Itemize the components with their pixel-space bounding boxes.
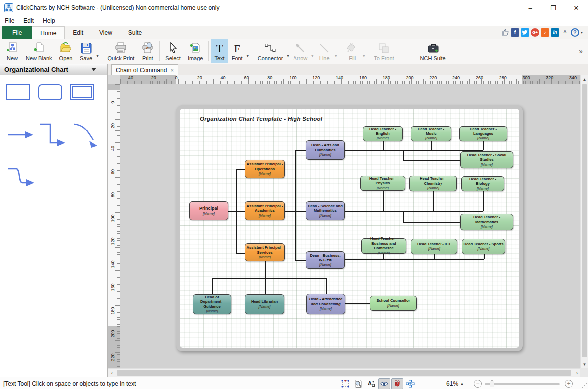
connector-line[interactable] bbox=[345, 150, 483, 151]
line-button[interactable]: Line bbox=[314, 39, 334, 63]
org-node-dean-arts[interactable]: Dean - Arts and Humanities[Name] bbox=[306, 140, 345, 160]
connector-line[interactable] bbox=[212, 278, 326, 279]
connector-line[interactable] bbox=[431, 141, 432, 150]
quick-print-button[interactable]: Quick Print bbox=[104, 39, 138, 63]
connector-line[interactable] bbox=[236, 169, 237, 253]
connector-line[interactable] bbox=[265, 278, 266, 294]
open-button[interactable]: Open bbox=[56, 39, 76, 63]
like-icon[interactable] bbox=[501, 28, 509, 36]
shape-elbow-arrow[interactable] bbox=[40, 124, 65, 146]
org-node-ht-biology[interactable]: Head Teacher - Biology[Name] bbox=[461, 176, 504, 191]
scroll-up-icon[interactable]: ▲ bbox=[581, 75, 588, 83]
org-node-ap-academics[interactable]: Assistant Principal - Academics[Name] bbox=[245, 201, 285, 220]
org-node-ht-english[interactable]: Head Teacher - English[Name] bbox=[363, 126, 403, 141]
shape-curved-arrow[interactable] bbox=[74, 124, 97, 148]
chart-title[interactable]: Organization Chart Template - High Schoo… bbox=[200, 116, 322, 122]
linkedin-icon[interactable]: in bbox=[551, 28, 559, 37]
connector-line[interactable] bbox=[236, 253, 245, 254]
twitter-icon[interactable] bbox=[521, 28, 529, 37]
snap-magnet-button[interactable] bbox=[391, 378, 403, 389]
connector-line[interactable] bbox=[345, 211, 483, 212]
org-node-ht-sports[interactable]: Head Teacher - Sports[Name] bbox=[462, 239, 505, 254]
arrow-dropdown-icon[interactable]: ▾ bbox=[311, 54, 313, 58]
org-node-ht-physics[interactable]: Head Teacher - Physics[Name] bbox=[360, 176, 405, 191]
fill-button[interactable]: Fill bbox=[342, 39, 362, 63]
zoom-slider-thumb[interactable] bbox=[490, 380, 494, 387]
zoom-caret-icon[interactable]: ▲ bbox=[460, 382, 464, 385]
maximize-button[interactable]: ❒ bbox=[542, 0, 565, 15]
connector-line[interactable] bbox=[326, 278, 327, 294]
help-caret-icon[interactable]: ▾ bbox=[581, 30, 583, 35]
connector-line[interactable] bbox=[483, 141, 484, 150]
menu-file[interactable]: File bbox=[0, 16, 19, 26]
line-dropdown-icon[interactable]: ▾ bbox=[335, 54, 337, 58]
org-node-dean-science[interactable]: Dean - Science and Mathematics[Name] bbox=[306, 201, 345, 220]
minimize-button[interactable]: – bbox=[519, 0, 542, 15]
org-node-ht-music[interactable]: Head Teacher - Music[Name] bbox=[411, 126, 451, 141]
connector-line[interactable] bbox=[484, 254, 485, 259]
connector-line[interactable] bbox=[295, 150, 306, 151]
org-node-ht-ict[interactable]: Head Teacher - ICT[Name] bbox=[411, 239, 457, 254]
zoom-value[interactable]: 61% bbox=[446, 380, 458, 387]
nch-suite-button[interactable]: NCH Suite bbox=[417, 39, 449, 63]
org-node-dean-business[interactable]: Dean - Business, ICT, PE[Name] bbox=[306, 251, 345, 269]
close-button[interactable]: ✕ bbox=[565, 0, 588, 15]
zoom-page-button[interactable] bbox=[352, 378, 364, 389]
connector-line[interactable] bbox=[403, 222, 460, 223]
font-button[interactable]: F Font bbox=[228, 39, 246, 63]
shape-s-arrow[interactable] bbox=[8, 169, 34, 186]
selection-bounds-button[interactable] bbox=[339, 378, 351, 389]
connector-line[interactable] bbox=[403, 150, 404, 160]
fill-dropdown-icon[interactable]: ▾ bbox=[363, 54, 365, 58]
scroll-left-icon[interactable]: ‹ bbox=[108, 369, 116, 377]
scroll-down-icon[interactable]: ▼ bbox=[581, 360, 588, 368]
connector-line[interactable] bbox=[295, 150, 296, 260]
org-node-dean-attendance[interactable]: Dean - Attendance and Counselling[Name] bbox=[306, 294, 345, 314]
chevron-down-icon[interactable] bbox=[91, 68, 96, 71]
connector-line[interactable] bbox=[236, 169, 245, 170]
auto-layout-button[interactable] bbox=[404, 378, 416, 389]
connector-dropdown-icon[interactable]: ▾ bbox=[287, 54, 289, 58]
connector-line[interactable] bbox=[345, 259, 484, 260]
vertical-scrollbar[interactable]: ▲ ▼ bbox=[580, 75, 588, 368]
connector-button[interactable]: Connector bbox=[254, 39, 287, 63]
facebook-icon[interactable]: f bbox=[511, 28, 519, 37]
shape-panel-header[interactable]: Organizational Chart bbox=[0, 64, 107, 75]
org-node-ht-social-studies[interactable]: Head Teacher - Social Studies[Name] bbox=[460, 151, 513, 168]
menu-edit[interactable]: Edit bbox=[19, 16, 38, 26]
tab-edit[interactable]: Edit bbox=[65, 26, 91, 39]
connector-line[interactable] bbox=[295, 260, 306, 261]
nch-icon[interactable]: ♪ bbox=[541, 28, 549, 37]
org-node-ht-chemistry[interactable]: Head Teacher - Chemistry[Name] bbox=[409, 176, 457, 191]
tab-view[interactable]: View bbox=[91, 26, 120, 39]
zoom-in-button[interactable]: + bbox=[565, 380, 573, 388]
org-node-ht-mathematics[interactable]: Head Teacher - Mathematics[Name] bbox=[460, 214, 513, 230]
menu-help[interactable]: Help bbox=[38, 16, 60, 26]
org-node-principal[interactable]: Principal[Name] bbox=[189, 201, 228, 220]
shape-rounded-rectangle[interactable] bbox=[38, 84, 62, 100]
text-button[interactable]: T Text bbox=[211, 39, 228, 63]
org-node-ap-services[interactable]: Assistant Principal - Services[Name] bbox=[245, 243, 285, 261]
tab-suite[interactable]: Suite bbox=[120, 26, 149, 39]
toolbar-overflow-icon[interactable]: » bbox=[579, 47, 586, 55]
connector-line[interactable] bbox=[383, 141, 384, 150]
zoom-slider-track[interactable] bbox=[485, 383, 560, 385]
org-node-school-counsellor[interactable]: School Counsellor[Name] bbox=[370, 296, 417, 311]
image-button[interactable]: Image bbox=[184, 39, 207, 63]
shape-double-rectangle[interactable] bbox=[70, 84, 94, 100]
horizontal-scrollbar[interactable]: ‹ › bbox=[108, 368, 581, 377]
tab-home[interactable]: Home bbox=[32, 26, 65, 39]
tab-file[interactable]: File bbox=[2, 26, 32, 39]
shape-rectangle[interactable] bbox=[6, 84, 30, 100]
save-dropdown-icon[interactable]: ▾ bbox=[97, 54, 99, 58]
org-node-head-librarian[interactable]: Head Librarian[Name] bbox=[245, 294, 284, 314]
org-node-ht-languages[interactable]: Head Teacher - Languages[Name] bbox=[459, 126, 507, 141]
close-tab-icon[interactable]: × bbox=[170, 67, 173, 73]
select-button[interactable]: Select bbox=[162, 39, 184, 63]
shape-straight-arrow[interactable] bbox=[8, 131, 33, 138]
horizontal-scroll-thumb[interactable] bbox=[117, 370, 571, 376]
org-node-ht-business-commerce[interactable]: Head Teacher - Business and Commerce[Nam… bbox=[361, 238, 406, 254]
connector-line[interactable] bbox=[434, 254, 435, 259]
connector-line[interactable] bbox=[483, 191, 484, 211]
connector-line[interactable] bbox=[345, 303, 370, 304]
